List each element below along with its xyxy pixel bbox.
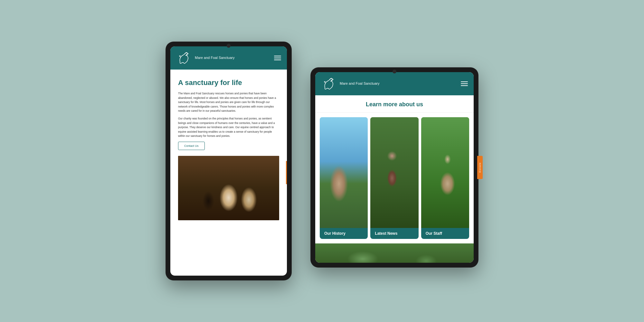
svg-point-0: [187, 54, 188, 55]
card-history-label: Our History: [320, 228, 368, 239]
card-news-image: [370, 117, 418, 228]
card-latest-news[interactable]: Latest News: [370, 117, 418, 239]
learn-more-section: Learn more about us Our History Latest N…: [315, 95, 474, 263]
horse-photo-image: [178, 156, 279, 220]
logo-horse-icon: [176, 50, 192, 66]
cards-row: Our History Latest News Our Staff: [315, 113, 474, 243]
card-staff-label: Our Staff: [421, 228, 469, 239]
hamburger-menu-right[interactable]: [461, 81, 468, 86]
tablet-right-screen: Mare and Foal Sanctuary Learn more about…: [315, 72, 474, 263]
body-paragraph-1: The Mare and Foal Sanctuary rescues hors…: [178, 91, 279, 113]
body-paragraph-2: Our charity was founded on the principle…: [178, 117, 279, 138]
card-news-label: Latest News: [370, 228, 418, 239]
logo-area-right: Mare and Foal Sanctuary: [321, 76, 380, 91]
tablet-left: Mare and Foal Sanctuary A sanctuary for …: [166, 42, 291, 280]
svg-point-1: [332, 80, 333, 81]
card-history-image: [320, 117, 368, 228]
card-our-staff[interactable]: Our Staff: [421, 117, 469, 239]
contact-us-button[interactable]: Contact Us: [178, 142, 205, 150]
scene: Mare and Foal Sanctuary A sanctuary for …: [166, 42, 478, 280]
logo-text-left: Mare and Foal Sanctuary: [195, 55, 235, 60]
learn-more-header: Learn more about us: [315, 95, 474, 113]
tablet-left-screen: Mare and Foal Sanctuary A sanctuary for …: [170, 46, 287, 276]
page-headline: A sanctuary for life: [178, 79, 279, 87]
learn-more-title: Learn more about us: [320, 101, 469, 108]
logo-text-right: Mare and Foal Sanctuary: [340, 81, 380, 86]
card-our-history[interactable]: Our History: [320, 117, 368, 239]
site-header-left: Mare and Foal Sanctuary: [170, 46, 287, 70]
donate-tab-left[interactable]: Donate: [286, 161, 287, 184]
hamburger-menu-left[interactable]: [274, 56, 281, 60]
site-header-right: Mare and Foal Sanctuary: [315, 72, 474, 95]
card-staff-image: [421, 117, 469, 228]
bottom-strip: [315, 243, 474, 263]
tablet-right: Mare and Foal Sanctuary Learn more about…: [311, 68, 478, 267]
logo-area-left: Mare and Foal Sanctuary: [176, 50, 235, 66]
logo-horse-icon-right: [321, 76, 336, 91]
content-left: A sanctuary for life The Mare and Foal S…: [170, 70, 287, 276]
